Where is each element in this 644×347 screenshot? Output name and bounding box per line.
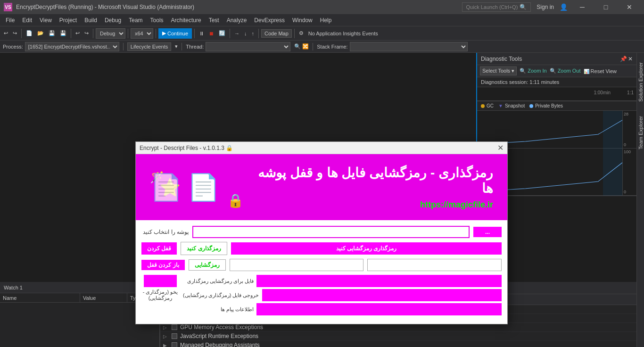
sign-in-link[interactable]: Sign in [537,4,554,10]
y-label-100: 100 [624,149,636,154]
dialog-banner: رمزگذاری - رمزگشایی فایل ها و قفل پوشه ه… [136,154,507,220]
exc-arrow-2[interactable]: ▷ [163,325,169,330]
toolbar-saveall[interactable]: 💾 [58,29,68,37]
message-bar [256,303,502,315]
lock-button[interactable]: قفل کردن [141,242,177,255]
reset-view-button[interactable]: 📊 Reset View [584,68,617,74]
thread-dropdown[interactable] [206,42,290,51]
y-axis-2: 100 0 [622,149,636,195]
diag-toolbar: Select Tools ▾ 🔍 Zoom In 🔍 Zoom Out 📊 Re… [477,65,636,77]
menu-debug[interactable]: Debug [101,15,125,25]
password-input-2[interactable] [230,259,364,271]
menu-project[interactable]: Project [56,15,81,25]
password-row: رمزگشایی باز کردن قفل [141,259,502,271]
toolbar-save[interactable]: 💾 [47,29,57,37]
menu-architecture[interactable]: Architecture [167,15,205,25]
y-label-28: 28 [624,112,636,116]
solution-explorer-tab[interactable]: Solution Explorer [638,62,644,102]
password-input-1[interactable] [367,259,502,271]
message-row: اطلاعات پیام ها [183,303,502,315]
code-map-button[interactable]: Code Map [261,29,292,38]
menu-file[interactable]: File [2,15,18,25]
encrypt-folder-button[interactable]: رمزگذاری رمزگشایی کنید [231,242,502,255]
unlock-button[interactable]: باز کردن قفل [141,260,185,270]
menu-build[interactable]: Build [81,15,101,25]
right-sidebar: Solution Explorer Team Explorer [636,53,644,282]
menu-help[interactable]: Help [316,15,336,25]
step-into[interactable]: ↓ [242,30,249,37]
zoom-in-button[interactable]: 🔍 Zoom In [520,68,546,74]
close-button[interactable]: ✕ [619,0,640,14]
browse-button[interactable]: ... [473,227,502,237]
toolbar: ↩ ↪ 📄 📂 💾 💾 ↩ ↪ Debug x64 ▶ ▶ Continue C… [0,26,644,41]
file-icon-2: 📄 [150,172,182,203]
platform-dropdown[interactable]: x64 [131,28,153,39]
dialog-close-button[interactable]: ✕ [497,143,504,152]
sep2 [182,43,182,50]
exc-arrow-3[interactable]: ▷ [163,334,169,339]
exc-check-2[interactable] [172,324,177,330]
continue-button[interactable]: ▶ ▶ Continue Continue [158,28,192,39]
menu-tools[interactable]: Tools [147,15,167,25]
toolbar-undo[interactable]: ↩ [74,29,82,37]
svg-rect-1 [603,149,622,196]
timeline-area: 1:00min 1:1 [477,87,636,101]
lifecycle-btn[interactable]: Lifecycle Events [127,42,171,51]
process-dropdown[interactable]: [1652] EncryptDecryptFiles.vshost... [25,42,119,51]
diag-controls: 📌 ✕ [620,56,633,62]
diag-legend: GC ▼ Snapshot Private Bytes [477,101,636,111]
diag-pin-icon[interactable]: 📌 [620,56,627,62]
folder-path-input[interactable] [192,226,470,238]
dialog-title: Encrypt - Descript Files - v.1.0.1.3 🔒 [140,145,233,151]
title-bar: VS EncryptDecryptFiles (Running) - Micro… [0,0,644,14]
exc-check-4[interactable] [172,342,177,347]
folder-row: ... پوشه را انتخاب کنید [141,226,502,238]
menu-analyze[interactable]: Analyze [223,15,251,25]
toolbar-open[interactable]: 📂 [35,29,46,37]
lifecycle-arrow: ▾ [175,43,178,50]
dialog-titlebar: Encrypt - Descript Files - v.1.0.1.3 🔒 ✕ [136,142,507,154]
y-label-0b: 0 [624,190,636,194]
exc-arrow-4[interactable]: ▶ [163,343,169,347]
action-row-1: رمزگذاری رمزگشایی کنید رمزگذاری کنید قفل… [141,242,502,255]
toolbar-sep-5 [156,29,156,38]
diag-session: Diagnostics session: 1:11 minutes [477,77,636,87]
toolbar-redo[interactable]: ↪ [83,29,91,37]
decrypt-button[interactable]: رمزگشایی [189,259,226,271]
output-label: خروجی فایل (رمزگذاری رمزگشایی) [183,292,259,298]
debug-config-dropdown[interactable]: Debug [96,28,125,39]
exc-label-4: Managed Debugging Assistants [180,342,634,347]
encrypt-button[interactable]: رمزگذاری کنید [181,242,227,255]
toolbar-new[interactable]: 📄 [24,29,34,37]
exc-check-3[interactable] [172,333,177,339]
toolbar-sep-9 [294,29,295,38]
menu-team[interactable]: Team [125,15,146,25]
col-name: Name [0,293,80,302]
minimize-button[interactable]: ─ [571,0,593,14]
zoom-out-button[interactable]: 🔍 Zoom Out [550,68,581,74]
legend-private: Private Bytes [529,103,563,108]
toolbar-forward[interactable]: ↪ [11,29,19,37]
file-input-row: فایل برای رمزگشایی رمزگذاری [183,275,502,287]
debug-bar: Process: [1652] EncryptDecryptFiles.vsho… [0,41,644,53]
diag-close-icon[interactable]: ✕ [628,56,633,62]
menu-window[interactable]: Window [289,15,316,25]
step-over[interactable]: → [232,30,241,37]
stack-frame-dropdown[interactable] [350,42,468,51]
step-out[interactable]: ↑ [250,30,256,37]
team-explorer-tab[interactable]: Team Explorer [638,116,644,149]
menu-devexpress[interactable]: DevExpress [250,15,289,25]
restart-button[interactable]: 🔄 [217,29,227,37]
menu-edit[interactable]: Edit [18,15,36,25]
toolbar-gear[interactable]: ⚙ [297,29,305,37]
gc-dot [481,104,485,108]
toolbar-back[interactable]: ↩ [2,29,10,37]
main-workspace: Diagnostic Tools 📌 ✕ Select Tools ▾ 🔍 Zo… [0,53,644,282]
pause-button[interactable]: ⏸ [197,30,206,37]
menu-test[interactable]: Test [205,15,223,25]
message-label: اطلاعات پیام ها [183,306,254,313]
maximize-button[interactable]: □ [595,0,617,14]
menu-view[interactable]: View [36,15,56,25]
stop-button[interactable]: ⏹ [207,30,216,37]
select-tools-button[interactable]: Select Tools ▾ [480,66,517,75]
